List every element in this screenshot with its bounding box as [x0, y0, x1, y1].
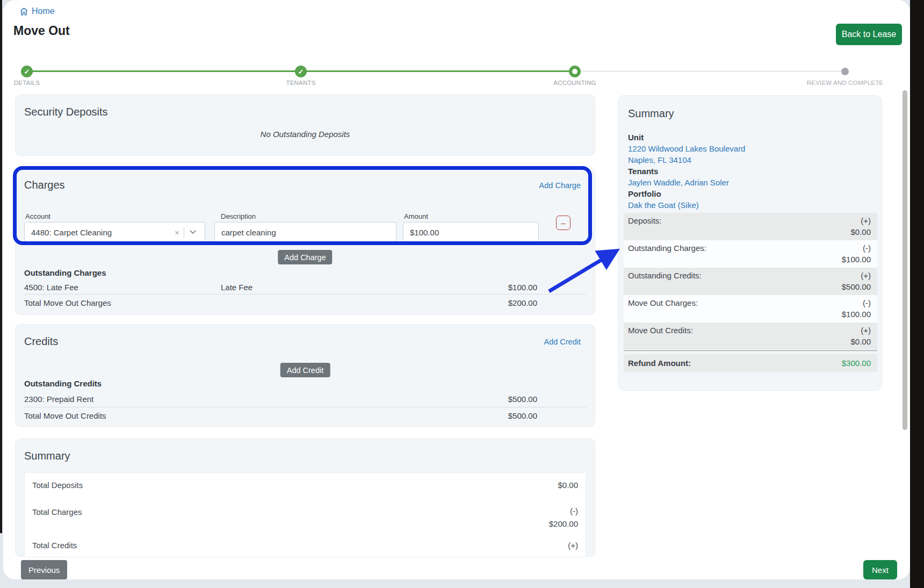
- security-deposits-card: Security Deposits No Outstanding Deposit…: [15, 95, 595, 156]
- move-out-credits-row: Move Out Credits: (+) $0.00: [624, 322, 877, 350]
- move-out-credits-row-value: $0.00: [850, 337, 871, 346]
- tenants-label: Tenants: [628, 167, 658, 176]
- charges-title: Charges: [24, 179, 65, 191]
- total-deposits-label: Total Deposits: [32, 481, 83, 490]
- sidebar-summary-title: Summary: [628, 107, 674, 120]
- outstanding-charges-row: Outstanding Charges: (-) $100.00: [624, 240, 877, 268]
- refund-amount-value: $300.00: [842, 354, 871, 372]
- no-deposits-message: No Outstanding Deposits: [16, 130, 595, 139]
- move-out-summary-title: Summary: [24, 450, 70, 462]
- move-out-charges-row-sign: (-): [863, 298, 871, 307]
- step-label-accounting: ACCOUNTING: [553, 80, 596, 86]
- stepper-line-upcoming: [575, 70, 845, 72]
- unit-city-link[interactable]: Naples, FL 34104: [628, 155, 691, 164]
- outstanding-charges-row-sign: (-): [863, 243, 871, 253]
- amount-label: Amount: [404, 212, 428, 220]
- credits-title: Credits: [24, 335, 58, 348]
- total-charges-label: Total Charges: [32, 507, 82, 517]
- tenant-link-2[interactable]: Adrian Soler: [684, 178, 729, 187]
- move-out-credits-row-label: Move Out Credits:: [628, 326, 693, 335]
- back-to-lease-button[interactable]: Back to Lease: [836, 24, 902, 45]
- scrollbar-thumb[interactable]: [903, 90, 907, 430]
- next-button[interactable]: Next: [863, 560, 897, 579]
- unit-address-link[interactable]: 1220 Wildwood Lakes Boulevard: [628, 144, 745, 153]
- total-credits-label: Total Credits: [32, 541, 77, 550]
- window-edge-right: [910, 0, 924, 588]
- deposits-row-sign: (+): [861, 216, 871, 225]
- step-label-tenants: TENANTS: [286, 80, 315, 86]
- deposits-row-value: $0.00: [850, 227, 871, 236]
- refund-amount-label: Refund Amount:: [628, 354, 691, 372]
- portfolio-link[interactable]: Dak the Goat (Sike): [628, 200, 699, 210]
- breadcrumb[interactable]: Home: [19, 6, 55, 16]
- amount-input[interactable]: [403, 222, 539, 242]
- account-label: Account: [25, 212, 50, 220]
- account-select-value: 4480: Carpet Cleaning: [31, 228, 170, 237]
- outstanding-credits-title: Outstanding Credits: [24, 379, 102, 388]
- home-icon: [19, 7, 28, 16]
- step-label-review: REVIEW AND COMPLETE: [807, 80, 883, 86]
- total-charges-value: $200.00: [549, 519, 578, 528]
- charge-row-description: Late Fee: [221, 283, 252, 292]
- step-label-details: DETAILS: [14, 80, 40, 86]
- credits-total-label: Total Move Out Credits: [24, 411, 106, 420]
- summary-totals-panel: Total Deposits $0.00 Total Charges (-) $…: [24, 472, 586, 557]
- move-out-charges-row: Move Out Charges: (-) $100.00: [624, 295, 877, 322]
- tenant-links: Jaylen Waddle, Adrian Soler: [628, 178, 729, 187]
- unit-label: Unit: [628, 133, 644, 142]
- credits-total-value: $500.00: [508, 411, 537, 420]
- credit-row-account: 2300: Prepaid Rent: [24, 395, 93, 404]
- refund-row: Refund Amount: $300.00: [624, 354, 877, 372]
- move-out-charges-row-value: $100.00: [842, 310, 871, 319]
- charges-card: Charges Add Charge Account Description A…: [15, 168, 595, 315]
- outstanding-credits-row-sign: (+): [861, 271, 871, 280]
- move-out-charges-row-label: Move Out Charges:: [628, 298, 698, 307]
- step-accounting-active-dot: [569, 66, 581, 77]
- step-details-check-icon: ✓: [21, 66, 33, 77]
- credits-divider: [24, 407, 586, 407]
- move-out-screen: Home Move Out Back to Lease ✓ ✓ DETAILS …: [0, 0, 924, 588]
- chevron-down-icon[interactable]: [184, 230, 198, 234]
- page-title: Move Out: [13, 24, 70, 38]
- outstanding-credits-row-value: $500.00: [842, 282, 871, 291]
- refund-divider: [624, 350, 877, 351]
- outstanding-credits-row-label: Outstanding Credits:: [628, 271, 702, 280]
- description-label: Description: [221, 212, 256, 220]
- deposits-row-label: Deposits:: [628, 216, 662, 225]
- total-deposits-value: $0.00: [558, 481, 578, 490]
- remove-charge-row-button[interactable]: –: [556, 216, 571, 230]
- charges-total-label: Total Move Out Charges: [24, 298, 111, 307]
- description-input[interactable]: [214, 222, 396, 242]
- sidebar-summary-card: Summary Unit 1220 Wildwood Lakes Bouleva…: [618, 95, 882, 391]
- move-out-credits-row-sign: (+): [861, 326, 871, 335]
- outstanding-charges-row-label: Outstanding Charges:: [628, 243, 706, 253]
- account-select[interactable]: 4480: Carpet Cleaning ×: [24, 222, 205, 242]
- deposits-row: Deposits: (+) $0.00: [624, 213, 877, 240]
- charges-total-value: $200.00: [508, 298, 537, 307]
- total-charges-sign: (-): [570, 506, 578, 515]
- outstanding-credits-row: Outstanding Credits: (+) $500.00: [624, 268, 877, 295]
- outstanding-charges-row-value: $100.00: [842, 255, 871, 264]
- security-deposits-title: Security Deposits: [24, 106, 108, 118]
- credits-card: Credits Add Credit Add Credit Outstandin…: [15, 324, 595, 427]
- step-review-dot: [841, 68, 849, 75]
- move-out-summary-card: Summary Total Deposits $0.00 Total Charg…: [15, 439, 595, 557]
- previous-button[interactable]: Previous: [21, 560, 67, 579]
- clear-selection-icon[interactable]: ×: [170, 228, 184, 237]
- step-tenants-check-icon: ✓: [295, 66, 307, 77]
- add-charge-button[interactable]: Add Charge: [278, 250, 332, 264]
- add-charge-link[interactable]: Add Charge: [539, 181, 581, 190]
- charge-row-account: 4500: Late Fee: [24, 283, 78, 292]
- tenant-link-1[interactable]: Jaylen Waddle,: [628, 178, 683, 187]
- charges-divider: [24, 294, 586, 295]
- breadcrumb-home-link[interactable]: Home: [32, 6, 55, 16]
- window-edge-left: [0, 0, 2, 533]
- add-credit-link[interactable]: Add Credit: [544, 338, 581, 346]
- portfolio-label: Portfolio: [628, 189, 661, 198]
- add-credit-button[interactable]: Add Credit: [280, 363, 330, 377]
- charge-row-amount: $100.00: [508, 283, 537, 292]
- outstanding-charges-title: Outstanding Charges: [24, 268, 106, 277]
- total-credits-sign: (+): [568, 541, 578, 550]
- credit-row-amount: $500.00: [508, 395, 537, 404]
